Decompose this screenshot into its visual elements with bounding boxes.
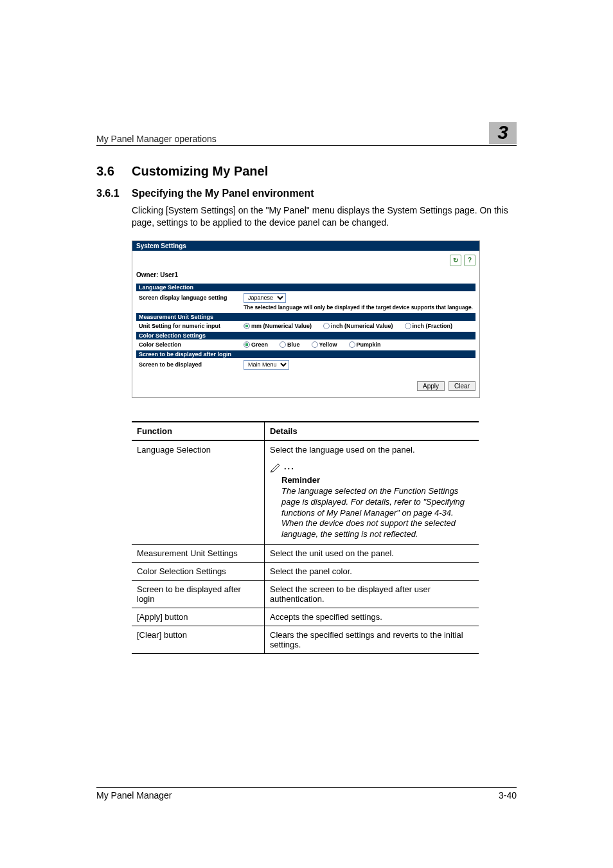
details-cell: Clears the specified settings and revert… xyxy=(265,626,479,654)
language-select[interactable]: Japanese xyxy=(244,293,286,303)
section-heading: 3.6Customizing My Panel xyxy=(96,164,517,179)
table-header-details: Details xyxy=(265,422,479,440)
section-title-text: Customizing My Panel xyxy=(132,164,268,178)
color-section-bar: Color Selection Settings xyxy=(136,332,475,339)
func-cell: Measurement Unit Settings xyxy=(132,545,265,563)
help-icon[interactable]: ? xyxy=(464,255,475,266)
subsection-heading: 3.6.1Specifying the My Panel environment xyxy=(96,188,517,199)
unit-radio-inch-num[interactable]: inch (Numerical Value) xyxy=(323,323,393,329)
table-row: Measurement Unit Settings Select the uni… xyxy=(132,545,479,563)
measurement-section-bar: Measurement Unit Settings xyxy=(136,313,475,321)
subsection-title-text: Specifying the My Panel environment xyxy=(132,188,314,199)
language-note: The selected language will only be displ… xyxy=(136,303,475,311)
color-field-label: Color Selection xyxy=(139,341,238,348)
apply-button[interactable]: Apply xyxy=(417,381,445,391)
clear-button[interactable]: Clear xyxy=(449,381,475,391)
subsection-number: 3.6.1 xyxy=(96,188,132,199)
unit-radio-mm[interactable]: mm (Numerical Value) xyxy=(244,323,312,329)
details-cell: Select the language used on the panel. .… xyxy=(265,440,479,545)
func-cell: Color Selection Settings xyxy=(132,563,265,581)
reminder-icon xyxy=(270,461,281,473)
footer-left: My Panel Manager xyxy=(96,790,172,800)
system-settings-panel: System Settings ↻ ? Owner: User1 Languag… xyxy=(132,240,480,398)
table-row: Screen to be displayed after login Selec… xyxy=(132,581,479,608)
language-section-bar: Language Selection xyxy=(136,284,475,291)
unit-radio-inch-frac[interactable]: inch (Fraction) xyxy=(405,323,453,329)
func-cell: [Apply] button xyxy=(132,608,265,626)
color-radio-pumpkin[interactable]: Pumpkin xyxy=(349,341,381,348)
table-row: [Clear] button Clears the specified sett… xyxy=(132,626,479,654)
intro-paragraph: Clicking [System Settings] on the "My Pa… xyxy=(132,204,517,229)
language-field-label: Screen display language setting xyxy=(139,294,238,301)
color-radio-green[interactable]: Green xyxy=(244,341,268,348)
reminder-title: Reminder xyxy=(281,475,474,485)
details-cell: Select the screen to be displayed after … xyxy=(265,581,479,608)
section-number: 3.6 xyxy=(96,164,132,179)
function-table: Function Details Language Selection Sele… xyxy=(132,421,479,654)
owner-label: Owner: User1 xyxy=(136,271,475,278)
after-login-field-label: Screen to be displayed xyxy=(139,361,238,368)
after-login-section-bar: Screen to be displayed after login xyxy=(136,350,475,358)
refresh-icon[interactable]: ↻ xyxy=(450,255,461,266)
reminder-dots: ... xyxy=(284,462,295,471)
panel-titlebar: System Settings xyxy=(132,241,479,251)
details-cell: Accepts the specified settings. xyxy=(265,608,479,626)
details-cell: Select the panel color. xyxy=(265,563,479,581)
func-cell: Screen to be displayed after login xyxy=(132,581,265,608)
table-header-function: Function xyxy=(132,422,265,440)
color-radio-yellow[interactable]: Yellow xyxy=(312,341,337,348)
running-title: My Panel Manager operations xyxy=(96,134,217,144)
color-radio-blue[interactable]: Blue xyxy=(280,341,300,348)
footer-page-number: 3-40 xyxy=(499,790,517,800)
func-cell: [Clear] button xyxy=(132,626,265,654)
func-cell: Language Selection xyxy=(132,440,265,545)
measurement-field-label: Unit Setting for numeric input xyxy=(139,323,238,329)
table-row: [Apply] button Accepts the specified set… xyxy=(132,608,479,626)
chapter-number-box: 3 xyxy=(489,122,517,144)
after-login-select[interactable]: Main Menu xyxy=(244,360,289,370)
reminder-body: The language selected on the Function Se… xyxy=(281,486,474,540)
details-cell: Select the unit used on the panel. xyxy=(265,545,479,563)
table-row: Language Selection Select the language u… xyxy=(132,440,479,545)
table-row: Color Selection Settings Select the pane… xyxy=(132,563,479,581)
